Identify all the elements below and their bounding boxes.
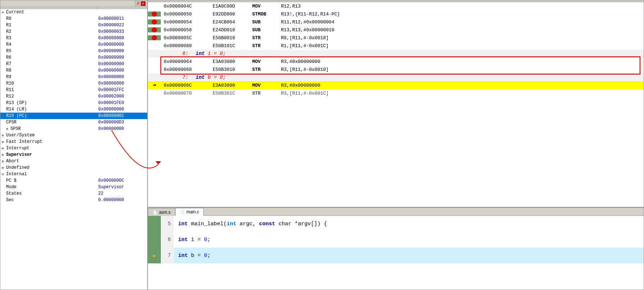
disasm-row[interactable]: 0x00000060E50B101CSTRR1,[R11,#-0x001C] (148, 42, 644, 50)
register-value: 0x00001FFC (97, 87, 147, 92)
tree-expand-icon[interactable]: ⊞ (6, 127, 10, 131)
register-row[interactable]: ⊞ SPSR0x00000000 (0, 126, 147, 132)
disasm-row[interactable]: 0x0000005CE50B0018STRR0,[R11,#-0x0018] (148, 34, 644, 42)
register-row[interactable]: ⊞ Abort (0, 158, 147, 164)
disasm-mnemonic: STR (251, 43, 280, 49)
disasm-address: 0x00000068 (161, 67, 211, 72)
source-content: 5int main_label(int argc, const char *ar… (148, 216, 644, 290)
tree-expand-icon[interactable]: ⊞ (2, 159, 6, 163)
register-row[interactable]: R40x00000000 (0, 41, 147, 48)
register-row[interactable]: R30x00000000 (0, 35, 147, 41)
register-name: R13 (SP) (6, 100, 27, 105)
disasm-address: 0x00000054 (161, 19, 211, 25)
pin-button[interactable]: 📌 (135, 1, 140, 6)
register-row[interactable]: R15 (PC)0x0000006C (0, 113, 147, 119)
tree-expand-icon[interactable]: ⊞ (2, 133, 6, 137)
register-value: 0x00000000 (97, 55, 147, 60)
register-name: CPSR (6, 120, 17, 125)
disasm-row[interactable]: 0x00000058E24DD010SUBR13,R13,#0x00000010 (148, 26, 644, 34)
disasm-row[interactable]: 0x00000068E50B3010STRR3,[R11,#-0x0010] (148, 65, 644, 73)
register-row[interactable]: R60x00000000 (0, 54, 147, 61)
disasm-bytes: E1A0C00D (211, 4, 251, 9)
source-line-content: int i = 0; (174, 237, 644, 243)
tab-label: asm.s (159, 210, 171, 215)
tree-expand-icon[interactable]: ⊞ (2, 146, 6, 150)
register-row[interactable]: States22 (0, 190, 147, 197)
register-row[interactable]: R90x00000000 (0, 74, 147, 80)
close-button[interactable]: ✕ (141, 1, 146, 6)
tree-expand-icon[interactable]: ⊟ (2, 10, 6, 14)
value-col-header (97, 7, 147, 9)
register-row[interactable]: R70x00000000 (0, 61, 147, 67)
source-token: argc, (236, 221, 259, 227)
disasm-row[interactable]: ➜0x0000006CE3A03000MOVR3,#0x00000000 (148, 81, 644, 89)
register-row[interactable]: ⊞ Undefined (0, 164, 147, 171)
register-row[interactable]: R20x00000033 (0, 28, 147, 35)
register-row[interactable]: R10x00000022 (0, 22, 147, 28)
source-line-content: int b = 0; (174, 253, 644, 259)
tree-expand-icon[interactable]: ⊟ (2, 172, 6, 176)
tree-expand-icon[interactable]: ⊞ (2, 153, 6, 157)
source-tab[interactable]: 📄main.c (175, 208, 204, 216)
register-row[interactable]: R110x00001FFC (0, 87, 147, 93)
register-name: R1 (6, 23, 11, 28)
register-row[interactable]: Sec0.00000000 (0, 197, 147, 203)
tree-expand-icon[interactable]: ⊞ (2, 140, 6, 144)
register-row[interactable]: R80x00000000 (0, 67, 147, 74)
register-row[interactable]: ⊞ User/System (0, 132, 147, 139)
register-name: R15 (PC) (6, 113, 27, 118)
disasm-row[interactable]: 6:int i = 0; (148, 50, 644, 58)
register-row[interactable]: R00x00000011 (0, 15, 147, 22)
disasm-row[interactable]: 0x00000070E50B301CSTRR3,[R11,#-0x001C] (148, 89, 644, 97)
disasm-row[interactable]: 7:int b = 0; (148, 73, 644, 81)
disasm-row[interactable]: 0x0000004CE1A0C00DMOVR12,R13 (148, 2, 644, 10)
register-name: R6 (6, 55, 11, 60)
register-row[interactable]: PC $0x0000006C (0, 177, 147, 184)
disasm-operands: R11,R12,#0x00000004 (280, 19, 644, 25)
disasm-mnemonic: MOV (251, 83, 280, 88)
registers-list[interactable]: ⊟ CurrentR00x00000011R10x00000022R20x000… (0, 9, 147, 290)
disasm-bytes: E50B101C (211, 43, 251, 49)
register-row[interactable]: R120x00002000 (0, 93, 147, 100)
register-row[interactable]: ModeSupervisor (0, 184, 147, 190)
register-row[interactable]: R13 (SP)0x00001FE0 (0, 100, 147, 106)
disasm-row[interactable]: 0x00000054E24CB004SUBR11,R12,#0x00000004 (148, 18, 644, 26)
register-row[interactable]: ⊟ Current (0, 9, 147, 15)
register-row[interactable]: ⊟ Internal (0, 171, 147, 177)
disasm-mnemonic: MOV (251, 4, 280, 9)
source-line-content: int main_label(int argc, const char *arg… (174, 221, 644, 227)
disasm-gutter (148, 12, 161, 17)
group-label: Internal (6, 172, 27, 177)
register-row[interactable]: R14 (LR)0x00000000 (0, 106, 147, 113)
register-row[interactable]: R100x00000000 (0, 80, 147, 87)
register-name: R7 (6, 62, 11, 67)
source-token: int (178, 253, 188, 259)
register-name: R9 (6, 74, 11, 80)
source-exec-arrow-icon: ▶ (153, 253, 156, 259)
tree-expand-icon[interactable]: ⊞ (2, 166, 6, 170)
register-row[interactable]: ⊞ Interrupt (0, 145, 147, 151)
disasm-mnemonic: SUB (251, 19, 280, 25)
source-gutter (148, 232, 161, 248)
source-tab[interactable]: 📄asm.s (148, 208, 175, 216)
disasm-row[interactable]: 0x00000064E3A03000MOVR3,#0x00000000 (148, 58, 644, 65)
source-token: int (178, 237, 188, 243)
register-name: R4 (6, 42, 11, 47)
source-token: char *argv[]) { (275, 221, 327, 227)
register-value: Supervisor (97, 185, 147, 190)
disasm-mnemonic: MOV (251, 59, 280, 64)
breakpoint-dot-icon (152, 35, 157, 40)
register-row[interactable]: ⊞ Supervisor (0, 151, 147, 158)
group-label: SPSR (10, 126, 21, 131)
register-name: States (6, 191, 22, 196)
register-row[interactable]: ⊞ Fast Interrupt (0, 139, 147, 145)
disasm-operands: R1,[R11,#-0x001C] (280, 43, 644, 49)
register-row[interactable]: CPSR0x000000D3 (0, 119, 147, 126)
register-name: Mode (6, 185, 17, 190)
register-value: 0.00000000 (97, 198, 147, 203)
disasm-row[interactable]: 0x00000050E92DD800STMDBR13!,{R11-R12,R14… (148, 10, 644, 18)
register-value: 0x00000022 (97, 23, 147, 28)
register-row[interactable]: R50x00000000 (0, 48, 147, 54)
register-value: 0x000000D3 (97, 120, 147, 125)
disasm-operands: R12,R13 (280, 4, 644, 9)
